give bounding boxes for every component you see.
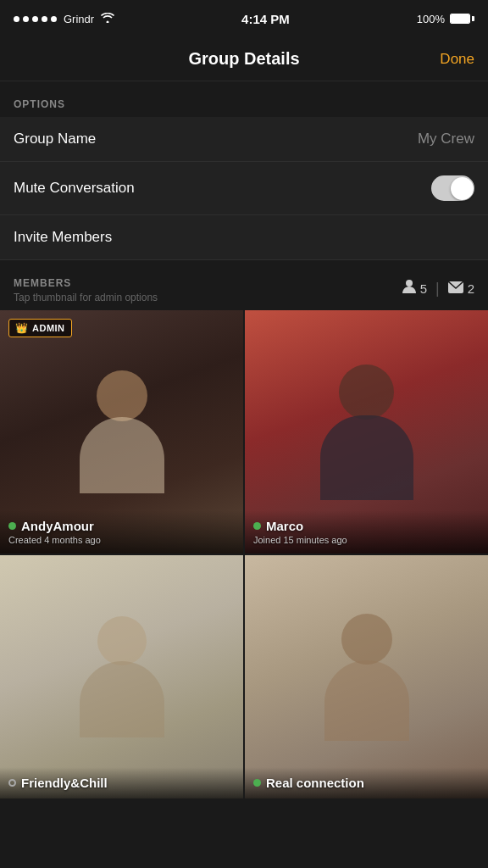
member-count-item: 5 [402, 279, 427, 298]
done-button[interactable]: Done [440, 51, 474, 68]
status-right: 100% [417, 13, 474, 25]
battery-icon [450, 14, 474, 24]
real-body [324, 660, 409, 741]
mute-conversation-item: Mute Conversation [0, 162, 488, 215]
members-title-block: MEMBERS Tap thumbnail for admin options [14, 277, 158, 303]
battery-percent: 100% [417, 13, 445, 25]
member-count-value: 5 [420, 281, 427, 296]
status-left: Grindr [14, 12, 114, 25]
real-name: Real connection [266, 776, 364, 790]
friendly-photo-bg [0, 555, 243, 798]
signal-dot-2 [23, 16, 29, 22]
real-overlay: Real connection [245, 767, 488, 798]
members-section-subtitle: Tap thumbnail for admin options [14, 292, 158, 303]
person-icon [402, 279, 416, 298]
carrier-text: Grindr [64, 13, 94, 25]
signal-dot-3 [32, 16, 38, 22]
group-name-value: My Crew [418, 131, 474, 147]
andy-head [97, 370, 147, 421]
battery-fill [451, 14, 469, 23]
andy-since: Created 4 months ago [8, 535, 235, 545]
group-name-label: Group Name [14, 131, 96, 147]
member-card-friendly[interactable]: Friendly&Chill [0, 555, 243, 798]
status-bar: Grindr 4:14 PM 100% [0, 0, 488, 37]
member-card-andy[interactable]: 👑 ADMIN AndyAmour Created 4 months ago [0, 310, 243, 554]
members-section-title: MEMBERS [14, 277, 158, 289]
andy-overlay: AndyAmour Created 4 months ago [0, 510, 243, 554]
mute-toggle[interactable] [431, 175, 474, 201]
real-name-row: Real connection [253, 776, 480, 790]
andy-online-dot [8, 522, 16, 530]
andy-body [80, 417, 164, 493]
marco-overlay: Marco Joined 15 minutes ago [245, 510, 488, 554]
mute-label: Mute Conversation [14, 180, 135, 197]
member-card-marco[interactable]: Marco Joined 15 minutes ago [245, 310, 488, 554]
admin-badge: 👑 ADMIN [8, 319, 72, 337]
status-time: 4:14 PM [241, 12, 290, 26]
friendly-name-row: Friendly&Chill [8, 776, 235, 790]
count-divider: | [435, 280, 440, 298]
invite-label: Invite Members [14, 229, 112, 246]
real-online-dot [253, 779, 261, 787]
admin-label: ADMIN [32, 323, 65, 333]
member-card-real[interactable]: Real connection [245, 555, 488, 798]
friendly-overlay: Friendly&Chill [0, 767, 243, 798]
marco-name-row: Marco [253, 519, 480, 533]
real-head [341, 614, 392, 665]
marco-body [320, 415, 413, 500]
battery-body [450, 14, 470, 24]
crown-icon: 👑 [15, 322, 28, 334]
friendly-online-dot [8, 779, 16, 787]
members-counts: 5 | 2 [402, 277, 474, 298]
group-name-item[interactable]: Group Name My Crew [0, 117, 488, 162]
wifi-icon [101, 12, 114, 25]
friendly-name: Friendly&Chill [21, 776, 108, 790]
marco-online-dot [253, 522, 261, 530]
message-count-item: 2 [448, 281, 474, 296]
members-section-header-row: MEMBERS Tap thumbnail for admin options … [0, 260, 488, 310]
friendly-head [97, 616, 147, 665]
marco-since: Joined 15 minutes ago [253, 535, 480, 545]
marco-head [339, 364, 394, 420]
signal-dot-4 [42, 16, 47, 22]
signal-dot-5 [51, 16, 57, 22]
svg-point-0 [406, 280, 413, 287]
andy-name-row: AndyAmour [8, 519, 235, 533]
message-count-value: 2 [468, 281, 474, 296]
page-title: Group Details [188, 49, 299, 69]
envelope-icon [448, 281, 463, 296]
signal-dot-1 [14, 16, 19, 22]
real-photo-bg [245, 555, 488, 798]
nav-bar: Group Details Done [0, 37, 488, 81]
battery-tip [472, 16, 474, 21]
toggle-knob [451, 177, 474, 200]
invite-members-item[interactable]: Invite Members [0, 215, 488, 260]
friendly-body [80, 661, 164, 737]
members-grid: 👑 ADMIN AndyAmour Created 4 months ago M… [0, 310, 488, 798]
andy-name: AndyAmour [21, 519, 94, 533]
marco-name: Marco [266, 519, 303, 533]
options-section-header: OPTIONS [0, 81, 488, 117]
